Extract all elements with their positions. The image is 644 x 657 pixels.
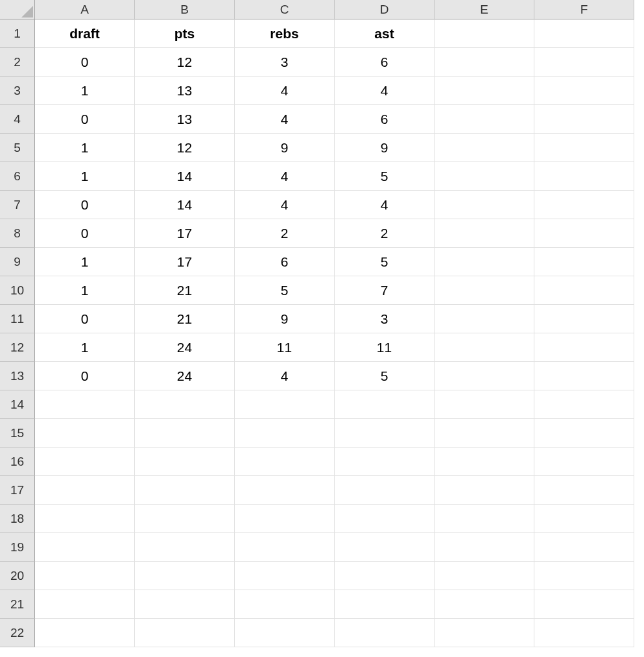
- row-header-8[interactable]: 8: [0, 219, 35, 248]
- cell-A7[interactable]: 0: [35, 191, 135, 219]
- cell-A13[interactable]: 0: [35, 362, 135, 390]
- cell-B19[interactable]: [135, 533, 235, 562]
- row-header-22[interactable]: 22: [0, 619, 35, 647]
- cell-E10[interactable]: [435, 276, 534, 305]
- row-header-13[interactable]: 13: [0, 362, 35, 390]
- cell-A15[interactable]: [35, 419, 135, 448]
- row-header-19[interactable]: 19: [0, 533, 35, 562]
- row-header-12[interactable]: 12: [0, 333, 35, 362]
- cell-B12[interactable]: 24: [135, 333, 235, 362]
- cell-C8[interactable]: 2: [235, 219, 335, 248]
- col-header-B[interactable]: B: [135, 0, 235, 19]
- cell-F12[interactable]: [534, 333, 634, 362]
- cell-E13[interactable]: [435, 362, 534, 390]
- cell-F14[interactable]: [534, 390, 634, 419]
- cell-B22[interactable]: [135, 619, 235, 647]
- cell-C1[interactable]: rebs: [235, 19, 335, 48]
- cell-C12[interactable]: 11: [235, 333, 335, 362]
- cell-B18[interactable]: [135, 505, 235, 533]
- cell-C21[interactable]: [235, 590, 335, 619]
- cell-D11[interactable]: 3: [335, 305, 435, 333]
- cell-C4[interactable]: 4: [235, 105, 335, 134]
- row-header-3[interactable]: 3: [0, 77, 35, 105]
- row-header-2[interactable]: 2: [0, 48, 35, 77]
- cell-E5[interactable]: [435, 134, 534, 162]
- cell-D5[interactable]: 9: [335, 134, 435, 162]
- cell-B20[interactable]: [135, 562, 235, 590]
- cell-F4[interactable]: [534, 105, 634, 134]
- cell-D19[interactable]: [335, 533, 435, 562]
- cell-F16[interactable]: [534, 448, 634, 476]
- cell-D13[interactable]: 5: [335, 362, 435, 390]
- cell-A21[interactable]: [35, 590, 135, 619]
- cell-E17[interactable]: [435, 476, 534, 505]
- cell-E16[interactable]: [435, 448, 534, 476]
- row-header-14[interactable]: 14: [0, 390, 35, 419]
- cell-E19[interactable]: [435, 533, 534, 562]
- cell-C10[interactable]: 5: [235, 276, 335, 305]
- cell-F9[interactable]: [534, 248, 634, 276]
- cell-F18[interactable]: [534, 505, 634, 533]
- cell-E1[interactable]: [435, 19, 534, 48]
- cell-F7[interactable]: [534, 191, 634, 219]
- cell-E3[interactable]: [435, 77, 534, 105]
- col-header-C[interactable]: C: [235, 0, 335, 19]
- cell-C15[interactable]: [235, 419, 335, 448]
- cell-F2[interactable]: [534, 48, 634, 77]
- cell-F6[interactable]: [534, 162, 634, 191]
- cell-E9[interactable]: [435, 248, 534, 276]
- cell-F21[interactable]: [534, 590, 634, 619]
- cell-A4[interactable]: 0: [35, 105, 135, 134]
- cell-B3[interactable]: 13: [135, 77, 235, 105]
- cell-B8[interactable]: 17: [135, 219, 235, 248]
- cell-A3[interactable]: 1: [35, 77, 135, 105]
- row-header-11[interactable]: 11: [0, 305, 35, 333]
- cell-F1[interactable]: [534, 19, 634, 48]
- cell-C11[interactable]: 9: [235, 305, 335, 333]
- cell-E21[interactable]: [435, 590, 534, 619]
- cell-B11[interactable]: 21: [135, 305, 235, 333]
- cell-D14[interactable]: [335, 390, 435, 419]
- cell-A2[interactable]: 0: [35, 48, 135, 77]
- cell-D21[interactable]: [335, 590, 435, 619]
- cell-B13[interactable]: 24: [135, 362, 235, 390]
- cell-A5[interactable]: 1: [35, 134, 135, 162]
- row-header-4[interactable]: 4: [0, 105, 35, 134]
- row-header-1[interactable]: 1: [0, 19, 35, 48]
- col-header-F[interactable]: F: [534, 0, 634, 19]
- cell-B5[interactable]: 12: [135, 134, 235, 162]
- cell-D9[interactable]: 5: [335, 248, 435, 276]
- row-header-15[interactable]: 15: [0, 419, 35, 448]
- cell-A20[interactable]: [35, 562, 135, 590]
- cell-D16[interactable]: [335, 448, 435, 476]
- cell-E8[interactable]: [435, 219, 534, 248]
- col-header-D[interactable]: D: [335, 0, 435, 19]
- cell-B17[interactable]: [135, 476, 235, 505]
- cell-A16[interactable]: [35, 448, 135, 476]
- cell-E20[interactable]: [435, 562, 534, 590]
- cell-E6[interactable]: [435, 162, 534, 191]
- cell-D4[interactable]: 6: [335, 105, 435, 134]
- cell-F11[interactable]: [534, 305, 634, 333]
- cell-F15[interactable]: [534, 419, 634, 448]
- cell-D10[interactable]: 7: [335, 276, 435, 305]
- cell-D22[interactable]: [335, 619, 435, 647]
- cell-A1[interactable]: draft: [35, 19, 135, 48]
- cell-F20[interactable]: [534, 562, 634, 590]
- cell-C7[interactable]: 4: [235, 191, 335, 219]
- cell-E7[interactable]: [435, 191, 534, 219]
- cell-E15[interactable]: [435, 419, 534, 448]
- cell-C19[interactable]: [235, 533, 335, 562]
- cell-C9[interactable]: 6: [235, 248, 335, 276]
- cell-D18[interactable]: [335, 505, 435, 533]
- cell-C16[interactable]: [235, 448, 335, 476]
- cell-D6[interactable]: 5: [335, 162, 435, 191]
- cell-E2[interactable]: [435, 48, 534, 77]
- row-header-9[interactable]: 9: [0, 248, 35, 276]
- cell-F13[interactable]: [534, 362, 634, 390]
- cell-D2[interactable]: 6: [335, 48, 435, 77]
- cell-B16[interactable]: [135, 448, 235, 476]
- select-all-corner[interactable]: [0, 0, 35, 19]
- row-header-17[interactable]: 17: [0, 476, 35, 505]
- cell-A17[interactable]: [35, 476, 135, 505]
